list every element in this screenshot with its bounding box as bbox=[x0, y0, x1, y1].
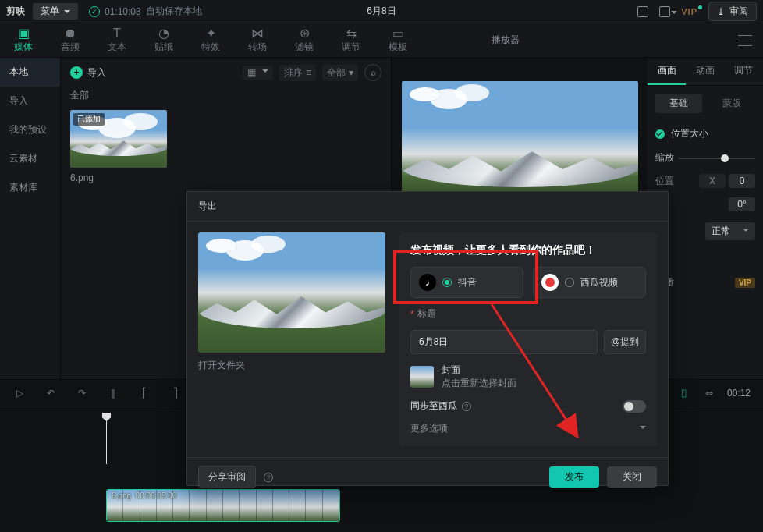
help-icon[interactable]: ? bbox=[264, 473, 273, 482]
vip-badge[interactable]: VIP bbox=[681, 7, 697, 16]
leftnav: 本地 导入 我的预设 云素材 素材库 bbox=[0, 58, 61, 379]
radio-on-icon bbox=[442, 278, 452, 287]
tool-text[interactable]: T文本 bbox=[94, 27, 140, 54]
player-label: 播放器 bbox=[482, 34, 738, 47]
subtab-basic[interactable]: 基础 bbox=[655, 94, 702, 113]
modal-preview-col: 打开文件夹 bbox=[198, 232, 385, 446]
scale-slider[interactable]: 缩放 bbox=[648, 147, 763, 169]
app-name: 剪映 bbox=[6, 5, 25, 18]
transition-icon: ⋈ bbox=[234, 27, 281, 41]
undo-icon[interactable]: ↶ bbox=[44, 386, 58, 400]
tool-transition[interactable]: ⋈转场 bbox=[234, 27, 281, 54]
media-icon: ▣ bbox=[0, 27, 47, 41]
blend-mode-select[interactable]: 正常 bbox=[705, 222, 755, 240]
sticker-icon: ◔ bbox=[140, 27, 187, 41]
thumb-caption: 6.png bbox=[70, 172, 167, 183]
tab-adjust[interactable]: 调节 bbox=[725, 58, 763, 85]
cut-left-icon[interactable]: ⎡ bbox=[137, 386, 151, 400]
tab-anim[interactable]: 动画 bbox=[686, 58, 724, 85]
toolrow: ▣媒体 ⏺音频 T文本 ◔贴纸 ✦特效 ⋈转场 ⊛滤镜 ⇆调节 ▭模板 播放器 bbox=[0, 23, 763, 58]
export-icon: ⤓ bbox=[717, 6, 725, 17]
x-value[interactable]: 0 bbox=[729, 174, 755, 188]
text-icon: T bbox=[94, 27, 140, 41]
mention-button[interactable]: @提到 bbox=[604, 330, 646, 354]
import-button[interactable]: + 导入 bbox=[70, 66, 106, 80]
help-icon[interactable]: ? bbox=[462, 402, 471, 411]
tool-adjust[interactable]: ⇆调节 bbox=[328, 27, 374, 54]
asset-controls: ▦ 排序 ≡ 全部 ▾ ⌕ bbox=[243, 64, 382, 81]
tool-media[interactable]: ▣媒体 bbox=[0, 27, 47, 54]
link-icon[interactable]: ⇔ bbox=[702, 386, 716, 400]
redo-icon[interactable]: ↷ bbox=[75, 386, 89, 400]
cover-row[interactable]: 封面 点击重新选择封面 bbox=[410, 364, 646, 390]
douyin-icon: ♪ bbox=[419, 274, 436, 291]
asset-thumb[interactable]: 已添加 6.png bbox=[70, 110, 167, 183]
title-label: 标题 bbox=[410, 307, 646, 321]
tool-effect[interactable]: ✦特效 bbox=[187, 27, 234, 54]
plus-icon: + bbox=[70, 66, 83, 79]
effect-icon: ✦ bbox=[187, 27, 234, 41]
platform-xigua[interactable]: 西瓜视频 bbox=[533, 267, 646, 298]
nav-cloud[interactable]: 云素材 bbox=[0, 144, 60, 173]
sort-button[interactable]: 排序 ≡ bbox=[279, 65, 316, 81]
layout-icon-1[interactable] bbox=[637, 6, 648, 17]
magnet-icon[interactable]: ⌷ bbox=[677, 386, 691, 400]
layout-icon-2[interactable] bbox=[659, 6, 670, 17]
sync-row: 同步至西瓜 ? bbox=[410, 399, 646, 413]
view-grid[interactable]: ▦ bbox=[243, 66, 273, 80]
share-review-button[interactable]: 分享审阅 bbox=[198, 466, 256, 488]
tool-filter[interactable]: ⊛滤镜 bbox=[281, 27, 328, 54]
title-input[interactable]: 6月8日 bbox=[410, 330, 598, 354]
sync-toggle[interactable] bbox=[623, 400, 646, 413]
added-badge: 已添加 bbox=[73, 113, 105, 126]
vip-tag: VIP bbox=[735, 278, 755, 288]
export-preview bbox=[198, 232, 385, 353]
xigua-icon bbox=[541, 274, 559, 291]
pointer-icon[interactable]: ▷ bbox=[12, 386, 27, 400]
tab-picture[interactable]: 画面 bbox=[648, 58, 686, 85]
modal-footer: 分享审阅 ? 发布 关闭 bbox=[187, 457, 668, 496]
nav-library[interactable]: 素材库 bbox=[0, 173, 60, 202]
template-icon: ▭ bbox=[374, 27, 421, 41]
split-icon[interactable]: ‖ bbox=[106, 386, 120, 400]
prop-position-size[interactable]: 位置大小 bbox=[648, 121, 763, 147]
tool-template[interactable]: ▭模板 bbox=[374, 27, 421, 54]
cut-right-icon[interactable]: ⎤ bbox=[169, 386, 183, 400]
platform-row: ♪ 抖音 西瓜视频 bbox=[410, 267, 646, 298]
nav-import[interactable]: 导入 bbox=[0, 87, 60, 115]
filter-all[interactable]: 全部 ▾ bbox=[322, 65, 358, 81]
publish-headline: 发布视频，让更多人看到你的作品吧！ bbox=[410, 243, 646, 257]
asset-section: 全部 bbox=[70, 89, 382, 102]
audio-icon: ⏺ bbox=[47, 27, 94, 41]
cover-label: 封面 bbox=[442, 364, 516, 377]
more-options[interactable]: 更多选项 bbox=[410, 422, 646, 435]
filter-icon: ⊛ bbox=[281, 27, 328, 41]
project-title: 6月8日 bbox=[367, 5, 396, 18]
panel-menu-icon[interactable] bbox=[738, 35, 752, 46]
nav-local[interactable]: 本地 bbox=[0, 58, 60, 87]
chevron-down-icon bbox=[640, 426, 646, 432]
radio-off-icon bbox=[565, 278, 574, 287]
thumb-image: 已添加 bbox=[70, 110, 167, 168]
nav-presets[interactable]: 我的预设 bbox=[0, 115, 60, 144]
topbar-right: VIP ⤓ 审阅 bbox=[637, 2, 757, 21]
search-button[interactable]: ⌕ bbox=[364, 64, 382, 81]
publish-button[interactable]: 发布 bbox=[549, 466, 599, 488]
check-icon bbox=[655, 129, 665, 139]
open-folder-link[interactable]: 打开文件夹 bbox=[198, 359, 385, 372]
timecode: 00:12 bbox=[727, 388, 751, 399]
close-button[interactable]: 关闭 bbox=[607, 466, 657, 488]
export-modal: 导出 打开文件夹 发布视频，让更多人看到你的作品吧！ ♪ 抖音 西瓜视频 标题 bbox=[186, 191, 669, 486]
menu-button[interactable]: 菜单 bbox=[33, 3, 78, 20]
publish-panel: 发布视频，让更多人看到你的作品吧！ ♪ 抖音 西瓜视频 标题 6月8日 @提到 bbox=[399, 232, 657, 446]
subtab-mask[interactable]: 蒙版 bbox=[708, 94, 755, 113]
tool-audio[interactable]: ⏺音频 bbox=[47, 27, 94, 54]
tool-sticker[interactable]: ◔贴纸 bbox=[140, 27, 187, 54]
position-x: 位置 X 0 bbox=[648, 169, 763, 193]
review-button[interactable]: ⤓ 审阅 bbox=[708, 2, 757, 21]
modal-title: 导出 bbox=[187, 192, 668, 222]
playhead[interactable] bbox=[106, 417, 107, 464]
platform-douyin[interactable]: ♪ 抖音 bbox=[410, 267, 523, 298]
adjust-icon: ⇆ bbox=[328, 27, 374, 41]
inspector-subtabs: 基础 蒙版 bbox=[648, 86, 763, 121]
